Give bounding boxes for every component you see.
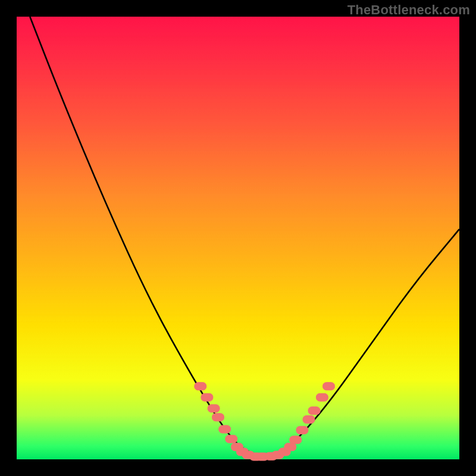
highlight-marker: [308, 407, 320, 415]
highlight-marker: [303, 416, 315, 424]
highlight-marker: [208, 405, 220, 412]
highlight-marker: [284, 443, 296, 451]
highlight-marker: [323, 383, 335, 390]
watermark-text: TheBottleneck.com: [347, 2, 470, 18]
highlight-marker: [212, 414, 224, 421]
highlight-marker: [296, 426, 308, 434]
highlight-marker: [226, 435, 237, 443]
highlight-marker: [201, 393, 213, 401]
plot-area: [17, 17, 459, 459]
highlight-marker: [290, 436, 302, 444]
chart-frame: TheBottleneck.com: [0, 0, 476, 476]
highlight-marker: [219, 425, 231, 433]
highlight-markers: [195, 383, 335, 461]
highlight-marker: [195, 383, 206, 390]
bottleneck-curve-svg: [17, 17, 459, 459]
bottleneck-curve-path: [30, 17, 459, 455]
highlight-marker: [316, 393, 328, 401]
curve-line: [30, 17, 459, 455]
